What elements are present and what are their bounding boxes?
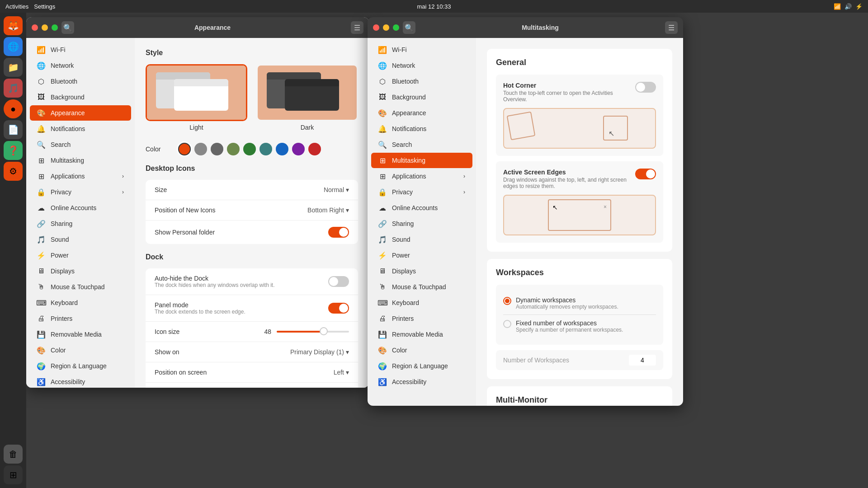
- multitasking-menu-icon[interactable]: ☰: [665, 21, 678, 34]
- dark-style-card[interactable]: Dark: [256, 64, 358, 134]
- sidebar-item-power[interactable]: ⚡Power: [30, 248, 131, 263]
- sidebar-item-applications[interactable]: ⊞Applications›: [371, 169, 472, 184]
- sidebar-item-removable[interactable]: 💾Removable Media: [371, 327, 472, 342]
- dock-app6[interactable]: 📄: [4, 120, 23, 139]
- sidebar-item-mouse[interactable]: 🖱Mouse & Touchpad: [30, 279, 131, 295]
- sidebar-item-search[interactable]: 🔍Search: [371, 137, 472, 152]
- sidebar-label-displays: Displays: [392, 267, 465, 275]
- color-swatch-green[interactable]: [243, 143, 256, 155]
- sound-icon: 🎵: [378, 235, 387, 244]
- show-on-value[interactable]: Primary Display (1) ▾: [290, 348, 349, 356]
- sidebar-item-printers[interactable]: 🖨Printers: [30, 311, 131, 326]
- sidebar-item-multitasking[interactable]: ⊞Multitasking: [371, 153, 472, 168]
- sidebar-item-displays[interactable]: 🖥Displays: [30, 263, 131, 279]
- dock-trash[interactable]: 🗑: [4, 445, 23, 464]
- sidebar-item-sharing[interactable]: 🔗Sharing: [30, 216, 131, 231]
- sidebar-item-accessibility[interactable]: ♿Accessibility: [30, 374, 131, 388]
- dock-app4[interactable]: 🎵: [4, 79, 23, 98]
- sidebar-item-appearance[interactable]: 🎨Appearance: [30, 105, 131, 121]
- sidebar-item-sound[interactable]: 🎵Sound: [371, 232, 472, 247]
- color-swatch-purple[interactable]: [292, 143, 305, 155]
- position-on-screen-value[interactable]: Left ▾: [334, 369, 349, 376]
- hot-corner-toggle[interactable]: [635, 82, 656, 93]
- dock-apps[interactable]: ⊞: [4, 465, 23, 484]
- sidebar-item-network[interactable]: 🌐Network: [371, 58, 472, 73]
- size-value[interactable]: Normal ▾: [324, 186, 349, 193]
- sidebar-item-background[interactable]: 🖼Background: [30, 89, 131, 105]
- sidebar-item-applications[interactable]: ⊞Applications›: [30, 169, 131, 184]
- color-swatch-teal[interactable]: [259, 143, 272, 155]
- dark-style-inner[interactable]: [256, 64, 358, 121]
- personal-folder-toggle[interactable]: [328, 227, 349, 238]
- dock-firefox[interactable]: 🦊: [4, 16, 23, 35]
- multitasking-close-button[interactable]: [373, 24, 379, 31]
- dynamic-ws-radio[interactable]: Dynamic workspaces Automatically removes…: [503, 292, 656, 314]
- sidebar-item-sharing[interactable]: 🔗Sharing: [371, 216, 472, 231]
- sidebar-item-color[interactable]: 🎨Color: [30, 343, 131, 358]
- icon-size-slider[interactable]: 48: [252, 328, 349, 335]
- color-swatch-olive[interactable]: [227, 143, 240, 155]
- icon-size-row: Icon size 48: [146, 322, 358, 342]
- color-swatch-orange[interactable]: [178, 143, 191, 155]
- sidebar-item-network[interactable]: 🌐Network: [30, 58, 131, 73]
- sidebar-item-online_accounts[interactable]: ☁Online Accounts: [30, 200, 131, 216]
- sidebar-item-displays[interactable]: 🖥Displays: [371, 263, 472, 279]
- dock-settings[interactable]: ⚙: [4, 162, 23, 181]
- sidebar-item-power[interactable]: ⚡Power: [371, 248, 472, 263]
- appearance-close-button[interactable]: [32, 24, 38, 31]
- sidebar-item-region[interactable]: 🌍Region & Language: [30, 358, 131, 374]
- light-style-card[interactable]: Light: [146, 64, 247, 134]
- sidebar-item-background[interactable]: 🖼Background: [371, 89, 472, 105]
- appearance-max-button[interactable]: [52, 24, 58, 31]
- active-edges-toggle[interactable]: [635, 169, 656, 179]
- color-swatch-darkgray[interactable]: [211, 143, 223, 155]
- fixed-ws-radio[interactable]: Fixed number of workspaces Specify a num…: [503, 315, 656, 338]
- sidebar-item-sound[interactable]: 🎵Sound: [30, 232, 131, 247]
- sidebar-item-privacy[interactable]: 🔒Privacy›: [30, 184, 131, 200]
- activities-button[interactable]: Activities: [5, 3, 28, 10]
- sidebar-item-online_accounts[interactable]: ☁Online Accounts: [371, 200, 472, 216]
- appearance-menu-icon[interactable]: ☰: [351, 21, 363, 34]
- dynamic-ws-text: Dynamic workspaces Automatically removes…: [516, 296, 618, 310]
- active-edges-title: Active Screen Edges: [503, 169, 635, 176]
- dock-help[interactable]: ❓: [4, 141, 23, 160]
- sidebar-item-bluetooth[interactable]: ⬡Bluetooth: [371, 74, 472, 89]
- auto-hide-toggle[interactable]: [328, 276, 349, 287]
- sidebar-item-wifi[interactable]: 📶Wi-Fi: [371, 42, 472, 57]
- sidebar-item-keyboard[interactable]: ⌨Keyboard: [371, 295, 472, 310]
- sidebar-item-notifications[interactable]: 🔔Notifications: [30, 121, 131, 136]
- dock-browser[interactable]: 🌐: [4, 37, 23, 56]
- show-on-label: Show on: [155, 348, 290, 356]
- color-swatch-red[interactable]: [308, 143, 321, 155]
- dock-files[interactable]: 📁: [4, 58, 23, 77]
- panel-mode-toggle[interactable]: [328, 303, 349, 314]
- sidebar-item-bluetooth[interactable]: ⬡Bluetooth: [30, 74, 131, 89]
- light-style-inner[interactable]: [146, 64, 247, 121]
- appearance-search-icon[interactable]: 🔍: [61, 21, 74, 34]
- multitasking-max-button[interactable]: [393, 24, 399, 31]
- workspace-count-input[interactable]: [629, 355, 656, 366]
- sidebar-label-keyboard: Keyboard: [392, 299, 465, 306]
- color-swatch-blue[interactable]: [276, 143, 288, 155]
- sidebar-item-accessibility[interactable]: ♿Accessibility: [371, 374, 472, 389]
- sidebar-item-appearance[interactable]: 🎨Appearance: [371, 105, 472, 121]
- hcp-win2: [603, 116, 628, 141]
- sidebar-item-mouse[interactable]: 🖱Mouse & Touchpad: [371, 279, 472, 295]
- configure-dock-row[interactable]: Configure dock behavior ›: [146, 383, 358, 388]
- sidebar-item-wifi[interactable]: 📶Wi-Fi: [30, 42, 131, 57]
- sidebar-item-region[interactable]: 🌍Region & Language: [371, 358, 472, 374]
- dock-app5[interactable]: ●: [4, 99, 23, 118]
- appearance-min-button[interactable]: [42, 24, 48, 31]
- sidebar-item-color[interactable]: 🎨Color: [371, 343, 472, 358]
- sidebar-item-search[interactable]: 🔍Search: [30, 137, 131, 152]
- multitasking-min-button[interactable]: [383, 24, 389, 31]
- color-swatch-gray[interactable]: [194, 143, 207, 155]
- multitasking-search-icon[interactable]: 🔍: [403, 21, 415, 34]
- sidebar-item-keyboard[interactable]: ⌨Keyboard: [30, 295, 131, 310]
- sidebar-item-privacy[interactable]: 🔒Privacy›: [371, 184, 472, 200]
- sidebar-item-removable[interactable]: 💾Removable Media: [30, 327, 131, 342]
- sidebar-item-multitasking[interactable]: ⊞Multitasking: [30, 153, 131, 168]
- position-icons-value[interactable]: Bottom Right ▾: [307, 206, 349, 214]
- sidebar-item-notifications[interactable]: 🔔Notifications: [371, 121, 472, 136]
- sidebar-item-printers[interactable]: 🖨Printers: [371, 311, 472, 326]
